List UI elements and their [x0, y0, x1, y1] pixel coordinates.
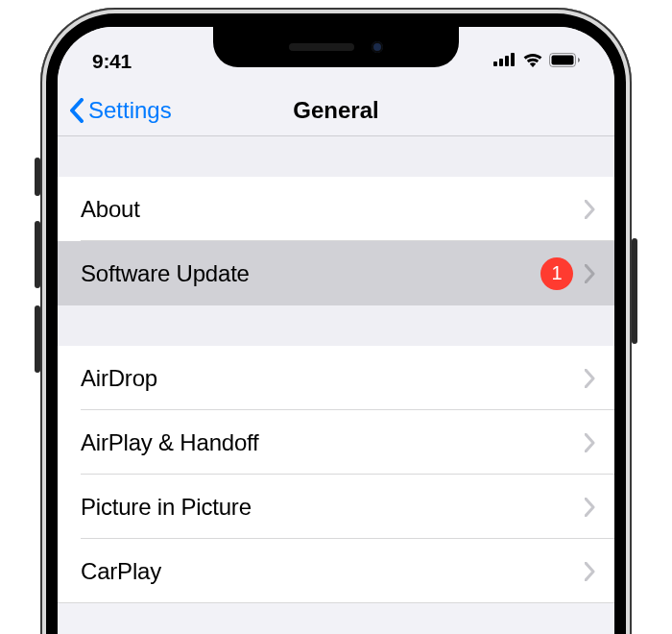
- row-label: Software Update: [81, 260, 540, 287]
- notch: [213, 27, 459, 67]
- svg-rect-5: [552, 55, 574, 64]
- row-picture-in-picture[interactable]: Picture in Picture: [58, 475, 614, 539]
- group-spacer: [58, 136, 614, 177]
- row-label: AirDrop: [81, 365, 585, 392]
- row-carplay[interactable]: CarPlay: [58, 539, 614, 603]
- back-button[interactable]: Settings: [58, 97, 172, 124]
- row-label: AirPlay & Handoff: [81, 429, 585, 456]
- row-airplay-handoff[interactable]: AirPlay & Handoff: [58, 410, 614, 475]
- battery-icon: [549, 53, 580, 71]
- power-button: [632, 238, 637, 344]
- svg-rect-2: [505, 56, 509, 66]
- cellular-icon: [493, 53, 516, 70]
- list-group: AirDrop AirPlay & Handoff Pictur: [58, 346, 614, 603]
- chevron-right-icon: [585, 562, 595, 581]
- svg-rect-3: [511, 53, 515, 66]
- row-label: CarPlay: [81, 558, 585, 585]
- status-time: 9:41: [92, 50, 132, 73]
- status-icons: [493, 52, 580, 71]
- screen: 9:41: [58, 27, 614, 634]
- row-label: Picture in Picture: [81, 494, 585, 521]
- svg-rect-0: [493, 61, 497, 66]
- navigation-bar: Settings General: [58, 85, 614, 136]
- speaker: [289, 43, 354, 51]
- chevron-right-icon: [585, 264, 595, 283]
- list-group: About Software Update 1: [58, 177, 614, 305]
- group-spacer: [58, 305, 614, 346]
- volume-up-button: [35, 221, 40, 288]
- back-label: Settings: [88, 97, 172, 124]
- row-software-update[interactable]: Software Update 1: [58, 241, 614, 305]
- svg-rect-1: [499, 59, 503, 66]
- front-camera: [372, 41, 383, 53]
- separator: [58, 602, 614, 603]
- notification-badge: 1: [540, 257, 573, 290]
- phone-frame: 9:41: [40, 8, 632, 634]
- row-label: About: [81, 196, 585, 223]
- chevron-left-icon: [69, 98, 84, 123]
- volume-down-button: [35, 305, 40, 373]
- wifi-icon: [522, 52, 543, 71]
- mute-switch: [35, 158, 40, 196]
- row-about[interactable]: About: [58, 177, 614, 241]
- chevron-right-icon: [585, 200, 595, 219]
- chevron-right-icon: [585, 498, 595, 517]
- chevron-right-icon: [585, 369, 595, 388]
- page-title: General: [293, 97, 378, 124]
- row-airdrop[interactable]: AirDrop: [58, 346, 614, 410]
- chevron-right-icon: [585, 433, 595, 452]
